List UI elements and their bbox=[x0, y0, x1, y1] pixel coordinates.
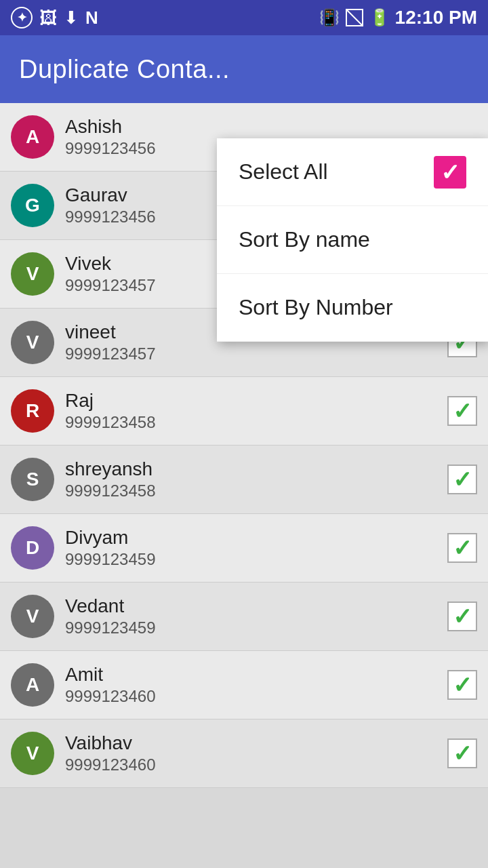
contact-checkmark: ✓ bbox=[453, 468, 472, 491]
avatar: V bbox=[11, 595, 54, 638]
contact-number: 9999123460 bbox=[65, 687, 447, 706]
contact-number: 9999123457 bbox=[65, 344, 447, 363]
contact-item[interactable]: VVaibhav9999123460✓ bbox=[0, 719, 488, 788]
contact-name: Divyam bbox=[65, 527, 447, 549]
contact-item[interactable]: VVedant9999123459✓ bbox=[0, 583, 488, 651]
contact-number: 9999123458 bbox=[65, 481, 447, 500]
signal-blocked-icon bbox=[345, 8, 364, 27]
app-icon: ✦ bbox=[11, 7, 33, 28]
contact-checkbox[interactable]: ✓ bbox=[447, 465, 477, 494]
avatar: V bbox=[11, 252, 54, 296]
contact-name: Raj bbox=[65, 390, 447, 412]
contact-info: Raj9999123458 bbox=[65, 390, 447, 432]
contact-checkmark: ✓ bbox=[453, 536, 472, 559]
status-icons-left: ✦ 🖼 ⬇ N bbox=[11, 7, 98, 28]
contact-number: 9999123460 bbox=[65, 755, 447, 774]
vibrate-icon: 📳 bbox=[319, 8, 340, 27]
download-icon: ⬇ bbox=[64, 7, 79, 28]
svg-line-1 bbox=[346, 9, 363, 26]
contact-info: Vaibhav9999123460 bbox=[65, 732, 447, 774]
select-all-checkmark: ✓ bbox=[441, 159, 460, 186]
select-all-item[interactable]: Select All ✓ bbox=[217, 138, 488, 206]
contact-item[interactable]: Sshreyansh9999123458✓ bbox=[0, 446, 488, 514]
contact-name: Vedant bbox=[65, 595, 447, 617]
contact-info: shreyansh9999123458 bbox=[65, 458, 447, 500]
avatar: A bbox=[11, 115, 54, 159]
contact-number: 9999123459 bbox=[65, 618, 447, 637]
sort-by-number-item[interactable]: Sort By Number bbox=[217, 274, 488, 342]
contact-name: Amit bbox=[65, 664, 447, 686]
contact-info: Amit9999123460 bbox=[65, 664, 447, 706]
dropdown-menu[interactable]: Select All ✓ Sort By name Sort By Number bbox=[217, 138, 488, 342]
app-bar: Duplicate Conta... bbox=[0, 35, 488, 103]
avatar: D bbox=[11, 526, 54, 570]
status-icons-right: 📳 🔋 12:10 PM bbox=[319, 7, 477, 28]
status-time: 12:10 PM bbox=[395, 7, 477, 28]
contact-item[interactable]: AAmit9999123460✓ bbox=[0, 651, 488, 719]
contact-checkmark: ✓ bbox=[453, 673, 472, 696]
sort-by-number-label: Sort By Number bbox=[239, 295, 393, 320]
sort-by-name-label: Sort By name bbox=[239, 227, 370, 252]
contact-checkbox[interactable]: ✓ bbox=[447, 601, 477, 631]
contact-item[interactable]: DDivyam9999123459✓ bbox=[0, 514, 488, 583]
select-all-checkbox[interactable]: ✓ bbox=[434, 156, 466, 189]
contact-number: 9999123459 bbox=[65, 550, 447, 569]
contact-item[interactable]: RRaj9999123458✓ bbox=[0, 377, 488, 446]
battery-icon: 🔋 bbox=[369, 8, 390, 27]
sort-by-name-item[interactable]: Sort By name bbox=[217, 206, 488, 274]
contact-checkbox[interactable]: ✓ bbox=[447, 670, 477, 700]
contact-checkmark: ✓ bbox=[453, 742, 472, 765]
contact-checkmark: ✓ bbox=[453, 399, 472, 422]
contact-info: Divyam9999123459 bbox=[65, 527, 447, 569]
contact-info: Vedant9999123459 bbox=[65, 595, 447, 637]
app-title: Duplicate Conta... bbox=[19, 55, 230, 84]
n-icon: N bbox=[85, 7, 98, 28]
contact-name: Ashish bbox=[65, 116, 477, 138]
avatar: V bbox=[11, 321, 54, 364]
avatar: G bbox=[11, 184, 54, 227]
contact-name: shreyansh bbox=[65, 458, 447, 480]
select-all-label: Select All bbox=[239, 159, 328, 184]
contact-checkbox[interactable]: ✓ bbox=[447, 396, 477, 426]
avatar: R bbox=[11, 389, 54, 433]
avatar: S bbox=[11, 458, 54, 501]
avatar: A bbox=[11, 663, 54, 707]
contact-number: 9999123458 bbox=[65, 413, 447, 432]
image-icon: 🖼 bbox=[39, 7, 57, 28]
contact-checkbox[interactable]: ✓ bbox=[447, 738, 477, 768]
avatar: V bbox=[11, 732, 54, 775]
contact-name: Vaibhav bbox=[65, 732, 447, 754]
status-bar: ✦ 🖼 ⬇ N 📳 🔋 12:10 PM bbox=[0, 0, 488, 35]
contact-checkmark: ✓ bbox=[453, 605, 472, 628]
contact-checkbox[interactable]: ✓ bbox=[447, 533, 477, 563]
